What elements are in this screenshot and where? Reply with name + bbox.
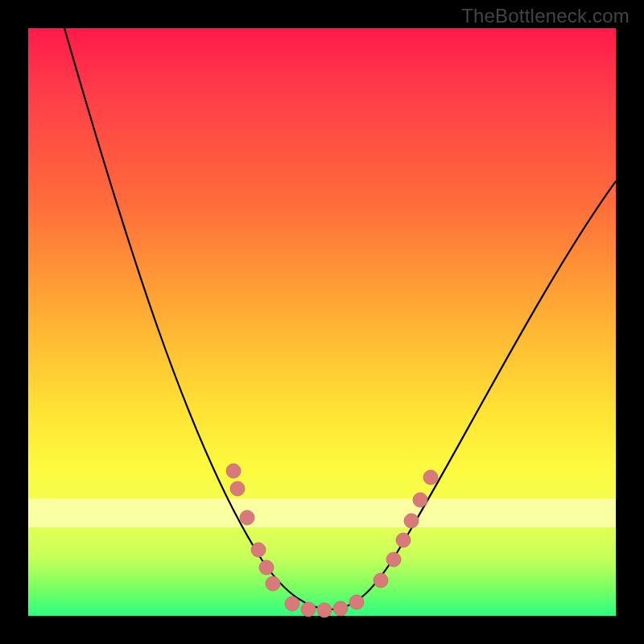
marker	[266, 576, 280, 591]
marker	[285, 597, 299, 611]
marker	[413, 493, 427, 507]
marker	[317, 603, 332, 617]
chart-frame: TheBottleneck.com	[0, 0, 644, 644]
attribution-text: TheBottleneck.com	[461, 5, 630, 27]
marker	[226, 464, 241, 478]
marker	[396, 533, 411, 547]
marker	[333, 601, 348, 616]
marker	[259, 560, 274, 575]
marker	[404, 514, 419, 528]
marker	[349, 595, 364, 609]
marker	[423, 470, 438, 485]
marker	[240, 510, 254, 525]
marker	[251, 543, 266, 557]
bottleneck-curve	[64, 28, 616, 609]
marker	[374, 573, 388, 588]
chart-svg	[28, 28, 616, 616]
marker	[386, 552, 401, 567]
marker	[230, 481, 245, 496]
marker	[301, 602, 316, 617]
